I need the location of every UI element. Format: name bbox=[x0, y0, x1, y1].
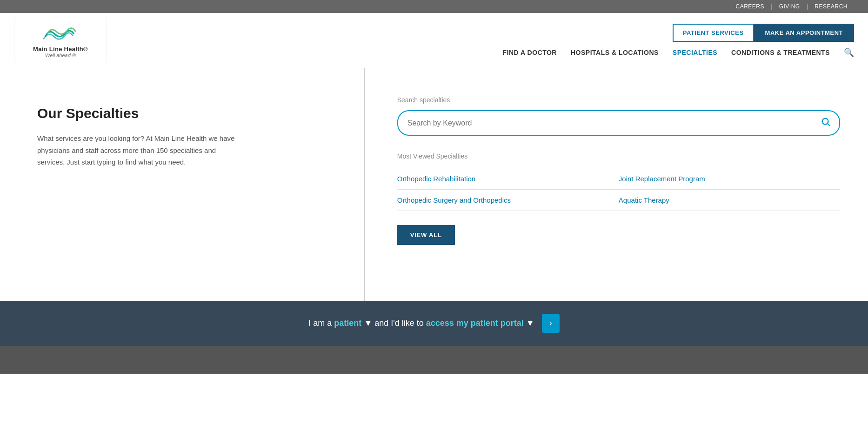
portal-middle: ▼ and I'd like to bbox=[364, 318, 426, 328]
portal-text: I am a patient ▼ and I'd like to access … bbox=[308, 318, 534, 328]
specialties-grid: Orthopedic Rehabilitation Joint Replacem… bbox=[397, 168, 840, 211]
portal-arrow: ▼ bbox=[526, 318, 534, 328]
svg-line-1 bbox=[828, 124, 829, 126]
nav-hospitals[interactable]: HOSPITALS & LOCATIONS bbox=[571, 49, 659, 56]
left-panel: Our Specialties What services are you lo… bbox=[0, 68, 365, 301]
nav-find-doctor[interactable]: FIND A DOCTOR bbox=[503, 49, 557, 56]
search-box-wrapper bbox=[397, 110, 840, 136]
logo-name: Main Line Health® bbox=[33, 46, 88, 53]
page-title: Our Specialties bbox=[37, 106, 336, 121]
patient-label: patient bbox=[334, 318, 361, 328]
main-content: Our Specialties What services are you lo… bbox=[0, 68, 868, 301]
logo-tagline: Well ahead.® bbox=[45, 53, 76, 58]
nav-specialties[interactable]: SPECIALTIES bbox=[673, 49, 717, 56]
nav-conditions[interactable]: CONDITIONS & TREATMENTS bbox=[731, 49, 830, 56]
right-panel: Search specialties Most Viewed Specialti… bbox=[365, 68, 868, 301]
make-appointment-button[interactable]: MAKE AN APPOINTMENT bbox=[754, 24, 854, 42]
search-input[interactable] bbox=[398, 112, 812, 134]
logo-icon bbox=[42, 23, 79, 44]
nav-search-icon[interactable]: 🔍 bbox=[844, 47, 854, 58]
logo-area[interactable]: Main Line Health® Well ahead.® bbox=[14, 18, 107, 63]
search-button[interactable] bbox=[812, 111, 839, 135]
giving-link[interactable]: GIVING bbox=[773, 3, 807, 10]
utility-bar: CAREERS | GIVING | RESEARCH bbox=[0, 0, 868, 13]
careers-link[interactable]: CAREERS bbox=[729, 3, 771, 10]
bottom-section: I am a patient ▼ and I'd like to access … bbox=[0, 301, 868, 346]
header: Main Line Health® Well ahead.® PATIENT S… bbox=[0, 13, 868, 68]
research-link[interactable]: RESEARCH bbox=[808, 3, 854, 10]
footer-dark bbox=[0, 346, 868, 374]
portal-link-text: access my patient portal bbox=[426, 318, 524, 328]
search-label: Search specialties bbox=[397, 96, 840, 104]
specialty-ortho-surgery[interactable]: Orthopedic Surgery and Orthopedics bbox=[397, 190, 619, 211]
specialty-aquatic-therapy[interactable]: Aquatic Therapy bbox=[619, 190, 840, 211]
header-actions: PATIENT SERVICES MAKE AN APPOINTMENT bbox=[673, 24, 854, 42]
specialty-joint-replacement[interactable]: Joint Replacement Program bbox=[619, 168, 840, 190]
portal-prefix: I am a bbox=[308, 318, 334, 328]
specialty-ortho-rehab[interactable]: Orthopedic Rehabilitation bbox=[397, 168, 619, 190]
header-right: PATIENT SERVICES MAKE AN APPOINTMENT FIN… bbox=[503, 24, 854, 58]
patient-services-button[interactable]: PATIENT SERVICES bbox=[673, 24, 754, 42]
most-viewed-label: Most Viewed Specialties bbox=[397, 152, 840, 160]
search-icon bbox=[821, 117, 831, 127]
view-all-button[interactable]: VIEW ALL bbox=[397, 225, 455, 245]
specialties-description: What services are you looking for? At Ma… bbox=[37, 132, 242, 168]
portal-go-button[interactable]: › bbox=[542, 314, 560, 333]
main-nav: FIND A DOCTOR HOSPITALS & LOCATIONS SPEC… bbox=[503, 47, 854, 58]
